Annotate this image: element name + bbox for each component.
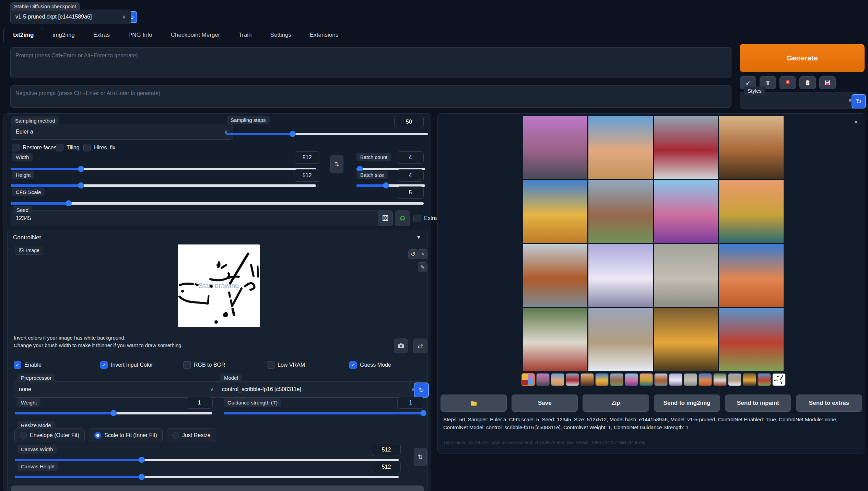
gallery-image[interactable] (523, 244, 587, 307)
collapse-caret-icon[interactable]: ▼ (416, 235, 421, 240)
tab-txt2img[interactable]: txt2img (3, 28, 43, 42)
tab-checkpoint-merger[interactable]: Checkpoint Merger (162, 28, 230, 42)
guidance-strength-slider[interactable] (224, 410, 423, 416)
low-vram-checkbox[interactable]: Low VRAM (267, 361, 305, 369)
refresh-controlnet-models-button[interactable]: ↻ (414, 382, 429, 398)
save-button[interactable]: Save (512, 395, 578, 412)
gallery-thumbnail[interactable] (699, 373, 712, 386)
cfg-scale-slider[interactable] (11, 200, 424, 206)
gallery-thumbnail[interactable] (536, 373, 550, 386)
guidance-strength-input[interactable]: 1 (397, 397, 424, 409)
batch-count-input[interactable]: 4 (397, 151, 424, 164)
tiling-checkbox[interactable]: Tiling (56, 144, 80, 151)
width-slider[interactable] (11, 166, 316, 172)
preprocessor-select[interactable]: none ∨ (14, 381, 219, 398)
refresh-styles-button[interactable]: ↻ (852, 94, 866, 109)
negative-prompt-input[interactable] (10, 85, 731, 108)
width-input[interactable]: 512 (294, 151, 320, 164)
rgb-to-bgr-checkbox[interactable]: RGB to BGR (183, 361, 225, 369)
gallery-image[interactable] (654, 180, 718, 243)
gallery-image[interactable] (523, 308, 587, 371)
gallery-image[interactable] (654, 308, 718, 371)
create-canvas-button-partial[interactable] (11, 486, 424, 491)
send-to-img2img-button[interactable]: Send to img2img (654, 395, 720, 412)
gallery-thumbnail[interactable] (654, 373, 668, 386)
controlnet-weight-input[interactable]: 1 (186, 397, 213, 409)
hires-fix-checkbox[interactable]: Hires. fix (83, 144, 115, 151)
open-folder-button[interactable] (441, 395, 507, 412)
gallery-thumbnail[interactable] (669, 373, 682, 386)
controlnet-scribble-canvas[interactable]: Start drawing (178, 244, 260, 327)
gallery-thumbnail[interactable] (580, 373, 594, 386)
gallery-image[interactable] (654, 244, 718, 307)
gallery-thumbnail[interactable] (610, 373, 623, 386)
controlnet-model-select[interactable]: control_scribble-fp16 [c508311e] ∨ (217, 381, 420, 398)
resize-scale-to-fit-radio[interactable]: Scale to Fit (Inner Fit) (89, 429, 163, 442)
zip-button[interactable]: Zip (583, 395, 649, 412)
gallery-thumbnail[interactable] (758, 373, 771, 386)
send-to-extras-button[interactable]: Send to extras (796, 395, 862, 412)
gallery-thumbnail[interactable] (521, 373, 535, 386)
gallery-thumbnail[interactable] (595, 373, 609, 386)
sampling-method-select[interactable]: Euler a ∨ (11, 124, 233, 140)
gallery-image[interactable] (719, 244, 784, 307)
gallery-thumbnail[interactable] (551, 373, 564, 386)
controlnet-enable-checkbox[interactable]: Enable (14, 361, 42, 369)
gallery-thumbnail[interactable] (772, 373, 786, 386)
gallery-image[interactable] (719, 308, 784, 371)
gallery-image[interactable] (588, 244, 653, 307)
tab-settings[interactable]: Settings (261, 28, 301, 42)
gallery-image[interactable] (588, 180, 653, 243)
gallery-image[interactable] (719, 180, 784, 243)
canvas-height-input[interactable]: 512 (372, 461, 401, 473)
mirror-webcam-button[interactable]: ⇄ (413, 339, 427, 353)
tab-extras[interactable]: Extras (84, 28, 119, 42)
clear-image-button[interactable]: × (418, 249, 427, 259)
batch-size-input[interactable]: 4 (397, 169, 424, 182)
guess-mode-checkbox[interactable]: Guess Mode (349, 361, 391, 369)
save-style-button[interactable] (819, 76, 836, 89)
extra-networks-button[interactable] (779, 76, 796, 89)
resize-envelope-radio[interactable]: Envelope (Outer Fit) (14, 429, 85, 442)
gallery-image[interactable] (719, 116, 784, 179)
random-seed-button[interactable]: ⚄ (378, 210, 393, 226)
tab-img2img[interactable]: img2img (43, 28, 84, 42)
sampling-steps-slider[interactable] (226, 131, 428, 137)
swap-width-height-button[interactable]: ⇅ (330, 155, 343, 173)
gallery-image[interactable] (523, 180, 587, 243)
tab-png-info[interactable]: PNG Info (119, 28, 162, 42)
undo-button[interactable]: ↺ (408, 249, 418, 259)
tab-train[interactable]: Train (229, 28, 261, 42)
generate-button[interactable]: Generate (740, 44, 865, 72)
height-input[interactable]: 512 (294, 169, 320, 182)
gallery-thumbnail[interactable] (743, 373, 756, 386)
webcam-button[interactable] (394, 339, 408, 353)
gallery-thumbnail[interactable] (713, 373, 727, 386)
invert-input-color-checkbox[interactable]: Invert Input Color (100, 361, 153, 369)
canvas-width-input[interactable]: 512 (372, 444, 401, 456)
gallery-image[interactable] (654, 116, 718, 179)
gallery-thumbnail[interactable] (566, 373, 579, 386)
canvas-height-slider[interactable] (15, 474, 399, 480)
apply-styles-button[interactable] (799, 76, 816, 89)
gallery-thumbnail[interactable] (684, 373, 697, 386)
gallery-thumbnail[interactable] (728, 373, 741, 386)
swap-canvas-dims-button[interactable]: ⇅ (414, 448, 427, 466)
gallery-thumbnail[interactable] (640, 373, 653, 386)
seed-extra-checkbox[interactable]: Extra (413, 215, 437, 222)
seed-input[interactable]: 12345 (11, 210, 385, 226)
restore-faces-checkbox[interactable]: Restore faces (12, 144, 57, 151)
height-slider[interactable] (11, 182, 316, 189)
gallery-image[interactable] (588, 308, 653, 371)
sampling-steps-input[interactable]: 50 (394, 116, 424, 128)
prompt-input[interactable] (10, 47, 731, 78)
controlnet-image-tab[interactable]: Image (15, 246, 43, 255)
canvas-width-slider[interactable] (15, 457, 399, 463)
send-to-inpaint-button[interactable]: Send to inpaint (725, 395, 791, 412)
controlnet-title[interactable]: ControlNet (13, 234, 41, 241)
resize-just-resize-radio[interactable]: Just Resize (167, 429, 216, 442)
checkpoint-select[interactable]: v1-5-pruned.ckpt [e1441589a6] ∨ (10, 10, 131, 24)
controlnet-weight-slider[interactable] (15, 410, 212, 416)
reuse-seed-button[interactable]: ♻ (395, 210, 410, 226)
close-gallery-button[interactable]: × (852, 118, 860, 127)
